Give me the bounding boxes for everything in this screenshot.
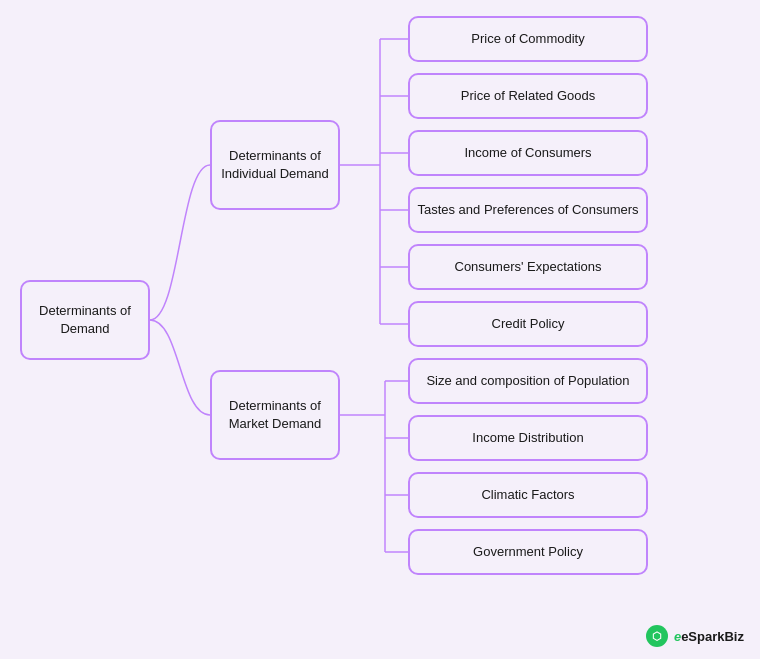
node-r4: Tastes and Preferences of Consumers xyxy=(408,187,648,233)
brand: ⬡ eeSparkBiz xyxy=(646,625,744,647)
node-individual: Determinants of Individual Demand xyxy=(210,120,340,210)
node-r7-label: Size and composition of Population xyxy=(426,372,629,390)
node-individual-label: Determinants of Individual Demand xyxy=(212,147,338,183)
node-market: Determinants of Market Demand xyxy=(210,370,340,460)
node-r6: Credit Policy xyxy=(408,301,648,347)
node-r5: Consumers' Expectations xyxy=(408,244,648,290)
node-r4-label: Tastes and Preferences of Consumers xyxy=(417,201,638,219)
node-r1: Price of Commodity xyxy=(408,16,648,62)
node-r8-label: Income Distribution xyxy=(472,429,583,447)
node-root-label: Determinants of Demand xyxy=(22,302,148,338)
node-r6-label: Credit Policy xyxy=(492,315,565,333)
brand-icon: ⬡ xyxy=(646,625,668,647)
node-r10-label: Government Policy xyxy=(473,543,583,561)
brand-name: eeSparkBiz xyxy=(674,629,744,644)
node-root: Determinants of Demand xyxy=(20,280,150,360)
node-market-label: Determinants of Market Demand xyxy=(212,397,338,433)
node-r2: Price of Related Goods xyxy=(408,73,648,119)
node-r9: Climatic Factors xyxy=(408,472,648,518)
node-r5-label: Consumers' Expectations xyxy=(455,258,602,276)
node-r1-label: Price of Commodity xyxy=(471,30,584,48)
diagram: Determinants of Demand Determinants of I… xyxy=(0,0,760,659)
node-r3-label: Income of Consumers xyxy=(464,144,591,162)
node-r8: Income Distribution xyxy=(408,415,648,461)
node-r7: Size and composition of Population xyxy=(408,358,648,404)
node-r10: Government Policy xyxy=(408,529,648,575)
node-r3: Income of Consumers xyxy=(408,130,648,176)
node-r9-label: Climatic Factors xyxy=(481,486,574,504)
brand-icon-letter: ⬡ xyxy=(652,630,662,643)
node-r2-label: Price of Related Goods xyxy=(461,87,595,105)
